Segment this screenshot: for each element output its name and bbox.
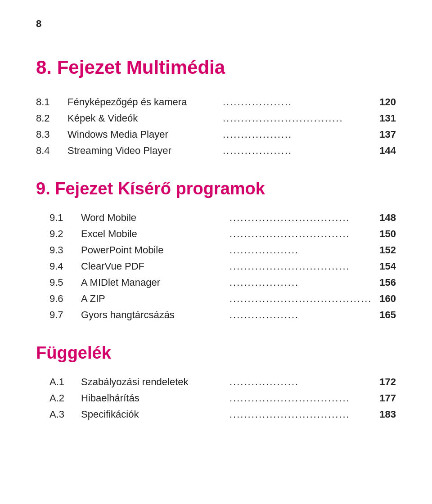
toc-entry-dots: ...................: [230, 376, 376, 388]
toc-entry-label: Windows Media Player: [68, 129, 221, 140]
toc-entry-page: 183: [378, 409, 396, 420]
toc-entry-label: Képek & Videók: [68, 112, 221, 124]
toc-entry-number: 8.1: [36, 96, 68, 108]
toc-entry-label: Hibaelhárítás: [81, 392, 228, 404]
toc-entry-label: ClearVue PDF: [81, 261, 228, 272]
chapter8-toc: 8.1Fényképezőgép és kamera..............…: [36, 96, 396, 157]
toc-entry-number: 9.6: [50, 293, 81, 305]
toc-entry: 9.5A MIDlet Manager...................15…: [36, 277, 396, 288]
toc-entry: 9.6A ZIP................................…: [36, 293, 396, 305]
toc-entry-label: Word Mobile: [81, 212, 228, 224]
toc-entry-number: 8.2: [36, 112, 68, 124]
toc-entry-page: 137: [378, 129, 396, 140]
toc-entry-label: Excel Mobile: [81, 228, 228, 240]
toc-entry-number: 8.3: [36, 129, 68, 140]
toc-entry-number: 8.4: [36, 145, 68, 157]
toc-entry-dots: ...................: [223, 129, 376, 140]
toc-entry-number: 9.5: [50, 277, 81, 288]
toc-entry-page: 120: [378, 96, 396, 108]
toc-entry-dots: .................................: [230, 392, 376, 404]
toc-entry-label: PowerPoint Mobile: [81, 244, 228, 256]
toc-entry: 9.7Gyors hangtárcsázás..................…: [36, 309, 396, 321]
toc-entry-dots: ...................: [230, 309, 376, 321]
toc-entry: A.1Szabályozási rendeletek..............…: [36, 376, 396, 388]
toc-entry-dots: ...................: [223, 96, 376, 108]
toc-entry-page: 144: [378, 145, 396, 157]
toc-entry-number: A.2: [50, 392, 81, 404]
toc-entry-label: Szabályozási rendeletek: [81, 376, 228, 388]
toc-entry: A.2Hibaelhárítás........................…: [36, 392, 396, 404]
toc-entry-dots: .................................: [230, 409, 376, 420]
toc-entry-page: 156: [378, 277, 396, 288]
toc-entry: A.3Specifikációk........................…: [36, 409, 396, 420]
toc-entry-number: 9.1: [50, 212, 81, 224]
toc-entry-page: 172: [378, 376, 396, 388]
chapter9-toc: 9.1Word Mobile..........................…: [36, 212, 396, 321]
toc-entry: 8.2Képek & Videók.......................…: [36, 112, 396, 124]
toc-entry-dots: ...................: [223, 145, 376, 157]
toc-entry: 9.2Excel Mobile.........................…: [36, 228, 396, 240]
toc-entry-label: A MIDlet Manager: [81, 277, 228, 288]
toc-entry-dots: ...................: [230, 277, 376, 288]
toc-entry: 9.3PowerPoint Mobile...................1…: [36, 244, 396, 256]
toc-entry-page: 165: [378, 309, 396, 321]
toc-entry-label: Fényképezőgép és kamera: [68, 96, 221, 108]
toc-entry-page: 131: [378, 112, 396, 124]
toc-entry: 9.4ClearVue PDF.........................…: [36, 261, 396, 272]
chapter9-heading: 9. Fejezet Kísérő programok: [36, 179, 396, 198]
toc-entry-dots: .................................: [223, 112, 376, 124]
toc-entry-page: 150: [378, 228, 396, 240]
toc-entry-label: Gyors hangtárcsázás: [81, 309, 228, 321]
toc-entry-label: Specifikációk: [81, 409, 228, 420]
toc-entry-dots: .......................................: [230, 293, 376, 305]
toc-entry-page: 148: [378, 212, 396, 224]
toc-entry-number: 9.4: [50, 261, 81, 272]
toc-entry: 8.4Streaming Video Player...............…: [36, 145, 396, 157]
toc-entry-page: 177: [378, 392, 396, 404]
toc-entry-dots: .................................: [230, 212, 376, 224]
appendix-toc: A.1Szabályozási rendeletek..............…: [36, 376, 396, 420]
toc-entry: 8.1Fényképezőgép és kamera..............…: [36, 96, 396, 108]
toc-entry-number: A.3: [50, 409, 81, 420]
toc-entry-number: 9.2: [50, 228, 81, 240]
toc-entry-label: A ZIP: [81, 293, 228, 305]
toc-entry-page: 160: [378, 293, 396, 305]
toc-entry-number: A.1: [50, 376, 81, 388]
toc-entry: 8.3Windows Media Player.................…: [36, 129, 396, 140]
toc-entry-number: 9.7: [50, 309, 81, 321]
toc-entry-page: 154: [378, 261, 396, 272]
chapter8-heading: 8. Fejezet Multimédia: [36, 57, 396, 78]
page-number: 8: [36, 18, 396, 30]
toc-entry-dots: ...................: [230, 244, 376, 256]
toc-entry-number: 9.3: [50, 244, 81, 256]
appendix-heading: Függelék: [36, 343, 396, 363]
toc-entry-dots: .................................: [230, 228, 376, 240]
toc-entry: 9.1Word Mobile..........................…: [36, 212, 396, 224]
toc-entry-label: Streaming Video Player: [68, 145, 221, 157]
toc-entry-dots: .................................: [230, 261, 376, 272]
toc-entry-page: 152: [378, 244, 396, 256]
